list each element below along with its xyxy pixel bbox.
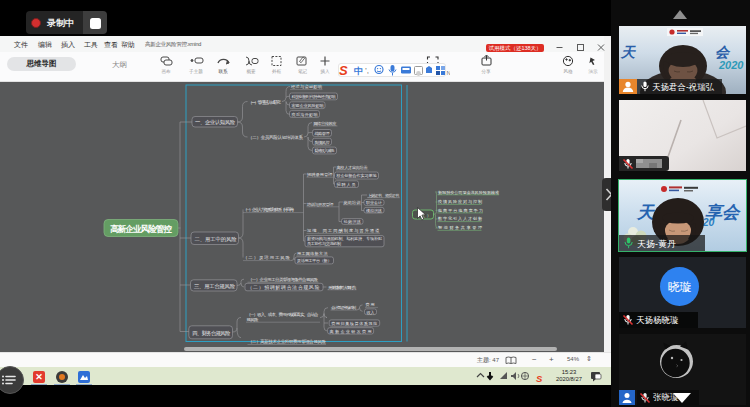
svg-text:天价赔偿制度个人违规行为: 天价赔偿制度个人违规行为 xyxy=(328,285,356,290)
svg-text:收入: 收入 xyxy=(367,310,375,315)
svg-text:N: N xyxy=(447,70,451,76)
svg-text:上岗证书、资质证书: 上岗证书、资质证书 xyxy=(368,193,400,198)
svg-text:高新企业研发费用: 高新企业研发费用 xyxy=(330,329,372,334)
svg-text:分享: 分享 xyxy=(480,69,491,74)
svg-text:会计凭证审核机制: 会计凭证审核机制 xyxy=(331,305,356,310)
svg-text:用工网络新方法: 用工网络新方法 xyxy=(297,251,328,256)
svg-text:S: S xyxy=(339,63,348,78)
svg-text:轮岗演练: 轮岗演练 xyxy=(344,219,362,224)
svg-text:员工协作与交流机制: 员工协作与交流机制 xyxy=(307,241,341,246)
svg-text:经济与金融影响: 经济与金融影响 xyxy=(291,84,322,89)
svg-text:疑难收入减免: 疑难收入减免 xyxy=(315,148,335,153)
svg-text:演示: 演示 xyxy=(588,69,598,74)
svg-text:外框: 外框 xyxy=(272,68,282,74)
svg-text:战略管理: 战略管理 xyxy=(315,131,330,136)
svg-text:岗前培训: 岗前培训 xyxy=(344,200,361,205)
svg-text:电商平台电商竞争力: 电商平台电商竞争力 xyxy=(438,208,483,213)
svg-text:培训与开发管理: 培训与开发管理 xyxy=(306,202,334,207)
svg-text:’,: ’, xyxy=(365,66,369,75)
svg-text:数字化引入人才创新: 数字化引入人才创新 xyxy=(438,216,482,221)
svg-text:中: 中 xyxy=(354,66,363,76)
svg-text:画布: 画布 xyxy=(161,69,171,74)
svg-text:一、企业认知风险: 一、企业认知风险 xyxy=(195,119,236,126)
svg-text:灵活用工平台（新）: 灵活用工平台（新） xyxy=(296,258,332,263)
svg-text:概要: 概要 xyxy=(246,69,256,75)
svg-text:规风险: 规风险 xyxy=(247,317,260,322)
svg-text:插入: 插入 xyxy=(319,69,330,75)
svg-text:（二）招聘解聘合法合规风险: （二）招聘解聘合法合规风险 xyxy=(248,284,320,291)
svg-text:疫后海外影响: 疫后海外影响 xyxy=(292,112,318,117)
svg-text:笔记: 笔记 xyxy=(298,68,308,74)
svg-text:宏观企业风险影响: 宏观企业风险影响 xyxy=(292,103,324,108)
svg-text:四、财务合规风险: 四、财务合规风险 xyxy=(192,330,231,337)
svg-text:（二）高新技术企业科研费用管理合规风险: （二）高新技术企业科研费用管理合规风险 xyxy=(248,339,327,344)
svg-text:职业会计: 职业会计 xyxy=(366,200,382,205)
svg-text:风格: 风格 xyxy=(563,69,573,75)
svg-text:三、用工合规风险: 三、用工合规风险 xyxy=(194,283,236,290)
svg-text:网络宣传效应: 网络宣传效应 xyxy=(314,121,338,126)
svg-text:智能财务共享管理: 智能财务共享管理 xyxy=(438,225,482,230)
svg-text:联系: 联系 xyxy=(218,68,228,74)
svg-text:（二）全员风险认知培训体系: （二）全员风险认知培训体系 xyxy=(248,134,304,141)
svg-text:二、用工中的风险: 二、用工中的风险 xyxy=(195,236,238,243)
svg-text:费用归集核算体系规范: 费用归集核算体系规范 xyxy=(331,321,377,326)
svg-text:（一）管理层认知研究: （一）管理层认知研究 xyxy=(248,99,282,105)
svg-text:费用: 费用 xyxy=(366,302,375,307)
svg-text:模拟演练: 模拟演练 xyxy=(366,208,382,213)
svg-text:（一）企业用工分类管理与条件合规风险: （一）企业用工分类管理与条件合规风险 xyxy=(248,277,319,282)
svg-text:子主题: 子主题 xyxy=(189,69,203,75)
svg-text:高新企业风险管控: 高新企业风险管控 xyxy=(110,224,172,234)
